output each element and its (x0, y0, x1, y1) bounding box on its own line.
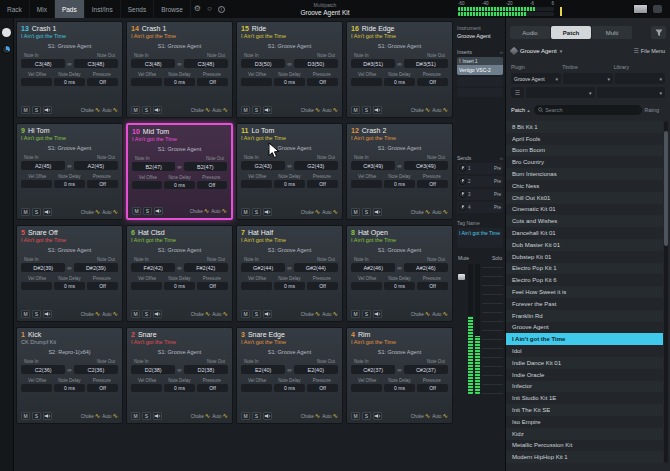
pad-slot-assignment[interactable]: S1: Groove Agent (131, 349, 228, 355)
choke-wave-icon[interactable]: ∿ (425, 107, 430, 112)
instrument-value[interactable]: Groove Agent (457, 33, 503, 39)
note-delay-value[interactable]: 0 ms (274, 78, 305, 86)
list-view-icon[interactable]: ☰ (511, 87, 524, 98)
pad-solo-button[interactable]: S (142, 310, 151, 318)
patch-list-item[interactable]: Idol (506, 345, 663, 357)
insert-slot-empty[interactable] (457, 88, 503, 97)
patch-list-item[interactable]: Bro Country (506, 156, 663, 168)
pressure-value[interactable]: Off (87, 282, 118, 290)
send-knob[interactable] (459, 204, 466, 211)
inserts-nav-arrows[interactable]: ‹› (500, 49, 503, 55)
auto-wave-icon[interactable]: ∿ (333, 209, 338, 214)
choke-wave-icon[interactable]: ∿ (425, 311, 430, 316)
midi-panel-icon[interactable] (653, 5, 662, 13)
note-delay-value[interactable]: 0 ms (164, 384, 195, 392)
pad-mute-button[interactable]: M (21, 412, 30, 420)
pad-solo-button[interactable]: S (32, 310, 41, 318)
note-out-value[interactable]: C2(36) (74, 365, 118, 374)
pad-solo-button[interactable]: S (362, 208, 371, 216)
level-knob[interactable] (2, 45, 11, 54)
patch-list-item[interactable]: April Fools (506, 133, 663, 145)
note-out-value[interactable]: C3(48) (184, 59, 228, 68)
filter-dropdown-b[interactable]: ▾ (597, 87, 666, 98)
note-delay-value[interactable]: 0 ms (384, 282, 415, 290)
patch-list-item[interactable]: Dub Master Kit 01 (506, 239, 663, 251)
auto-wave-icon[interactable]: ∿ (443, 107, 448, 112)
send-pre-mode[interactable]: Pre (494, 166, 501, 171)
pad-mute-button[interactable]: M (241, 310, 250, 318)
note-delay-value[interactable]: 0 ms (164, 78, 195, 86)
choke-wave-icon[interactable]: ∿ (204, 208, 209, 213)
pad-solo-button[interactable]: S (142, 412, 151, 420)
patch-list-item[interactable]: Dancehall Kit 01 (506, 227, 663, 239)
pad-solo-button[interactable]: S (143, 207, 152, 215)
vel-offset-value[interactable] (241, 78, 272, 86)
link-icon[interactable]: ∞ (287, 367, 291, 373)
power-knob[interactable] (2, 28, 11, 37)
link-icon[interactable]: ∞ (397, 61, 401, 67)
pad-solo-button[interactable]: S (362, 412, 371, 420)
timbre-filter-dropdown[interactable]: ▾ (563, 73, 613, 84)
pad-mute-button[interactable]: M (131, 412, 140, 420)
note-in-value[interactable]: D#3(51) (351, 59, 395, 68)
auto-wave-icon[interactable]: ∿ (222, 208, 227, 213)
sends-nav-arrows[interactable]: ‹› (500, 155, 503, 161)
vel-offset-value[interactable] (241, 384, 272, 392)
vel-offset-value[interactable] (21, 384, 52, 392)
auto-label[interactable]: Auto (322, 312, 331, 317)
auto-wave-icon[interactable]: ∿ (443, 311, 448, 316)
patch-list-item[interactable]: Chill Out Kit01 (506, 192, 663, 204)
note-out-value[interactable]: C#3(49) (404, 161, 448, 170)
pad-mute-button[interactable]: M (351, 310, 360, 318)
send-pre-mode[interactable]: Pre (494, 179, 501, 184)
speaker-icon[interactable] (43, 412, 52, 420)
vel-offset-value[interactable] (351, 384, 382, 392)
link-icon[interactable]: ∞ (287, 265, 291, 271)
pad-slot-assignment[interactable]: S1: Groove Agent (241, 349, 338, 355)
auto-label[interactable]: Auto (432, 210, 441, 215)
auto-label[interactable]: Auto (432, 312, 441, 317)
auto-label[interactable]: Auto (102, 108, 111, 113)
pressure-value[interactable]: Off (417, 384, 448, 392)
note-out-value[interactable]: D2(38) (184, 365, 228, 374)
pad-solo-button[interactable]: S (32, 106, 41, 114)
choke-wave-icon[interactable]: ∿ (315, 209, 320, 214)
insert-slot-1[interactable]: ! Insert 1 Vertigo VSC-2 (457, 57, 503, 75)
patch-list-item[interactable]: Iso Empire (506, 416, 663, 428)
pad-slot-assignment[interactable]: S1: Groove Agent (351, 145, 448, 151)
speaker-icon[interactable] (153, 310, 162, 318)
pad-slot-assignment[interactable]: S1: Groove Agent (351, 43, 448, 49)
send-pre-mode[interactable]: Pre (494, 192, 501, 197)
speaker-icon[interactable] (263, 310, 272, 318)
pad-slot-assignment[interactable]: S1: Groove Agent (21, 145, 118, 151)
power-icon[interactable]: ○ (207, 5, 212, 13)
vel-offset-value[interactable] (21, 78, 52, 86)
send-knob[interactable] (459, 165, 466, 172)
auto-label[interactable]: Auto (212, 414, 221, 419)
solo-button[interactable]: Solo (492, 255, 502, 261)
info-icon[interactable]: i (218, 6, 225, 13)
pad-9-hi-tom[interactable]: 9 Hi Tom I Ain't got the Time S1: Groove… (16, 123, 123, 220)
file-menu-button[interactable]: ☰ File Menu (633, 48, 665, 54)
browser-tab-patch[interactable]: Patch (551, 26, 591, 39)
patch-list-item[interactable]: Boom Boom (506, 145, 663, 157)
note-in-value[interactable]: F#2(42) (131, 263, 175, 272)
vel-offset-value[interactable] (132, 181, 162, 189)
note-in-value[interactable]: B2(47) (132, 162, 175, 171)
pressure-value[interactable]: Off (87, 384, 118, 392)
link-icon[interactable]: ∞ (177, 367, 181, 373)
choke-label[interactable]: Choke (411, 108, 424, 113)
speaker-icon[interactable] (43, 310, 52, 318)
choke-wave-icon[interactable]: ∿ (205, 107, 210, 112)
choke-wave-icon[interactable]: ∿ (425, 209, 430, 214)
choke-label[interactable]: Choke (81, 210, 94, 215)
vel-offset-value[interactable] (131, 78, 162, 86)
note-out-value[interactable]: D3(50) (294, 59, 338, 68)
auto-wave-icon[interactable]: ∿ (113, 107, 118, 112)
pad-2-snare[interactable]: 2 Snare I Ain't got the Time S1: Groove … (126, 327, 233, 424)
note-out-value[interactable]: A#2(46) (404, 263, 448, 272)
speaker-icon[interactable] (263, 412, 272, 420)
choke-label[interactable]: Choke (301, 108, 314, 113)
auto-wave-icon[interactable]: ∿ (333, 107, 338, 112)
pad-5-snare-off[interactable]: 5 Snare Off I Ain't got the Time S1: Gro… (16, 225, 123, 322)
